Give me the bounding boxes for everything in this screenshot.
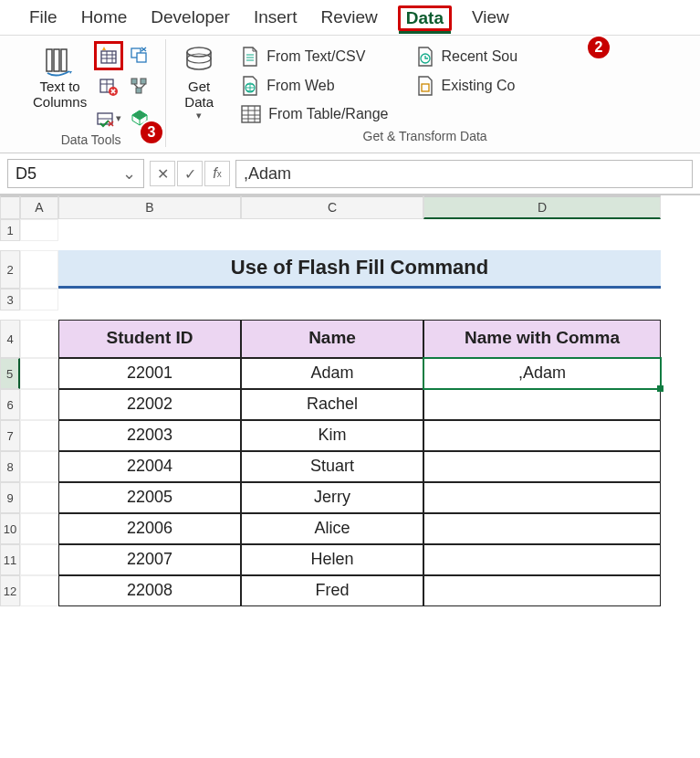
data-validation-button[interactable] <box>96 74 121 100</box>
formula-bar-row: D5 ⌄ ✕ ✓ fx ,Adam <box>0 153 700 195</box>
get-data-button[interactable]: Get Data ▾ <box>179 43 219 123</box>
tab-data[interactable]: Data <box>398 5 452 31</box>
header-student-id[interactable]: Student ID <box>58 320 241 358</box>
table-icon <box>241 105 261 123</box>
cell[interactable] <box>20 544 58 575</box>
svg-rect-0 <box>47 49 52 71</box>
chevron-down-icon[interactable]: ⌄ <box>122 163 136 184</box>
row-head-11[interactable]: 11 <box>0 544 20 575</box>
cell[interactable]: Helen <box>241 544 423 575</box>
from-web-button[interactable]: From Web <box>241 76 334 96</box>
insert-function-button[interactable]: fx <box>204 161 230 186</box>
worksheet[interactable]: 1 A B C D 1 2 Use of Flash Fill Command … <box>0 195 700 606</box>
row-head-6[interactable]: 6 <box>0 389 20 420</box>
enter-formula-button[interactable]: ✓ <box>177 161 203 186</box>
tab-home[interactable]: Home <box>78 5 131 31</box>
svg-rect-15 <box>141 79 146 84</box>
flash-fill-button[interactable] <box>96 43 121 68</box>
cell[interactable] <box>20 320 58 358</box>
cell[interactable] <box>20 289 58 311</box>
row-head-5[interactable]: 5 <box>0 358 20 389</box>
row-head-7[interactable]: 7 <box>0 420 20 451</box>
row-head-2[interactable]: 2 <box>0 250 20 289</box>
cell[interactable]: 22005 <box>58 482 241 513</box>
tab-insert[interactable]: Insert <box>250 5 301 31</box>
cell[interactable] <box>20 250 58 289</box>
cell[interactable] <box>423 420 661 451</box>
cell[interactable] <box>423 575 661 606</box>
cell[interactable]: Alice <box>241 513 423 544</box>
formula-bar[interactable]: ,Adam <box>235 160 693 188</box>
cell[interactable] <box>20 482 58 513</box>
group-label-gettransform: Get & Transform Data <box>179 129 671 143</box>
consolidate-button[interactable] <box>127 74 152 100</box>
cell[interactable]: 22002 <box>58 389 241 420</box>
col-C[interactable]: C <box>241 195 423 219</box>
cell[interactable]: 22001 <box>58 358 241 389</box>
cell[interactable] <box>241 219 423 250</box>
header-name-comma[interactable]: Name with Comma <box>423 320 661 358</box>
cell[interactable] <box>423 451 661 482</box>
cell[interactable] <box>20 219 58 241</box>
svg-rect-1 <box>54 49 59 71</box>
existing-connections-button[interactable]: Existing Co <box>416 76 516 96</box>
cancel-formula-button[interactable]: ✕ <box>150 161 175 186</box>
cell[interactable] <box>58 289 241 320</box>
cell[interactable] <box>20 389 58 420</box>
sheet-title[interactable]: Use of Flash Fill Command <box>58 250 661 289</box>
from-text-csv-button[interactable]: From Text/CSV <box>241 47 365 67</box>
row-head-4[interactable]: 4 <box>0 320 20 358</box>
cell[interactable]: 22007 <box>58 544 241 575</box>
tab-review[interactable]: Review <box>317 5 381 31</box>
cell[interactable]: Stuart <box>241 451 423 482</box>
cell-selected[interactable]: ,Adam <box>423 358 661 389</box>
header-name[interactable]: Name <box>241 320 423 358</box>
cell[interactable]: Adam <box>241 358 423 389</box>
tab-file[interactable]: File <box>26 5 61 31</box>
relationships-button[interactable]: ▾ <box>96 105 121 131</box>
cell[interactable]: 22006 <box>58 513 241 544</box>
cell[interactable]: Fred <box>241 575 423 606</box>
svg-rect-32 <box>422 84 429 91</box>
cell[interactable] <box>20 575 58 606</box>
column-headers[interactable]: A B C D <box>0 195 700 219</box>
row-head-3[interactable]: 3 <box>0 289 20 311</box>
cell[interactable] <box>20 451 58 482</box>
cell[interactable] <box>20 358 58 389</box>
cell[interactable] <box>423 482 661 513</box>
cell[interactable] <box>423 544 661 575</box>
tab-developer[interactable]: Developer <box>147 5 234 31</box>
row-head-9[interactable]: 9 <box>0 482 20 513</box>
col-B[interactable]: B <box>58 195 241 219</box>
select-all-triangle[interactable] <box>0 195 20 219</box>
cell[interactable] <box>423 513 661 544</box>
file-recent-icon <box>416 47 434 67</box>
tab-view[interactable]: View <box>468 5 513 31</box>
col-A[interactable]: A <box>20 195 58 219</box>
cell[interactable] <box>58 219 241 250</box>
cell[interactable]: 22004 <box>58 451 241 482</box>
remove-duplicates-button[interactable] <box>127 43 152 68</box>
cell[interactable] <box>20 513 58 544</box>
cell[interactable]: 22003 <box>58 420 241 451</box>
from-table-range-button[interactable]: From Table/Range <box>241 105 388 123</box>
cell[interactable] <box>423 219 661 250</box>
cell[interactable]: Jerry <box>241 482 423 513</box>
col-D[interactable]: D <box>423 195 661 219</box>
row-head-1[interactable]: 1 <box>0 219 20 241</box>
cell[interactable] <box>20 420 58 451</box>
cell[interactable]: Kim <box>241 420 423 451</box>
name-box[interactable]: D5 ⌄ <box>7 159 144 188</box>
text-to-columns-button[interactable]: Text to Columns <box>29 43 90 111</box>
group-label-datatools: Data Tools <box>29 132 152 147</box>
row-head-10[interactable]: 10 <box>0 513 20 544</box>
cell[interactable] <box>423 289 661 320</box>
row-head-12[interactable]: 12 <box>0 575 20 606</box>
row-head-8[interactable]: 8 <box>0 451 20 482</box>
recent-sources-button[interactable]: Recent Sou <box>416 47 518 67</box>
cell[interactable]: 22008 <box>58 575 241 606</box>
cell[interactable] <box>423 389 661 420</box>
cell[interactable] <box>241 289 423 320</box>
svg-rect-3 <box>101 51 116 63</box>
cell[interactable]: Rachel <box>241 389 423 420</box>
